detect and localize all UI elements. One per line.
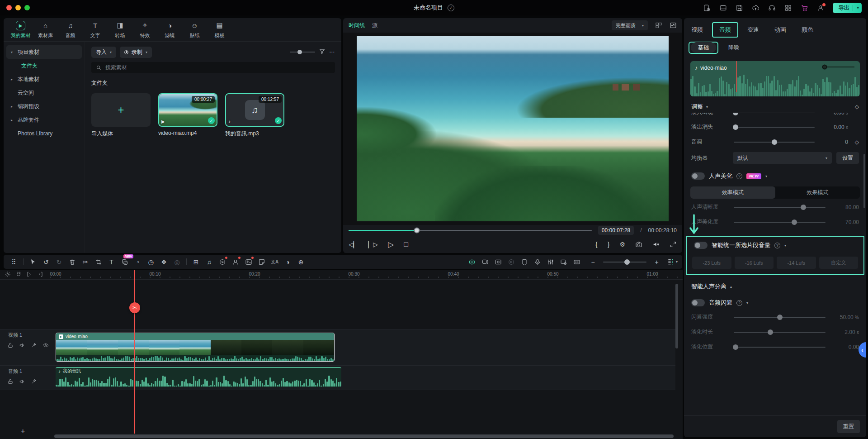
- equalizer-settings-button[interactable]: 设置: [836, 152, 859, 164]
- headset-icon[interactable]: [768, 4, 776, 12]
- audio-ducking-toggle[interactable]: [691, 299, 705, 306]
- seek-bar[interactable]: [349, 230, 592, 231]
- account-icon[interactable]: [816, 4, 825, 12]
- speed-ramp-icon[interactable]: ◔: [132, 256, 143, 267]
- inspector-scrollbar[interactable]: [863, 154, 865, 208]
- previous-frame-button[interactable]: ◁▏: [349, 241, 359, 248]
- auto-reframe-icon[interactable]: ⊕: [295, 256, 307, 267]
- tab-text[interactable]: T文字: [85, 21, 106, 39]
- timeline-video-clip[interactable]: ▶video-miao: [56, 333, 335, 362]
- collapse-chevron-icon[interactable]: ▾: [746, 301, 748, 305]
- text-tool-icon[interactable]: T: [106, 256, 117, 267]
- tab-effects[interactable]: ✧特效: [134, 21, 156, 39]
- expand-chevron-icon[interactable]: ▸: [11, 118, 14, 122]
- keyframe-diamond-icon[interactable]: ◇: [852, 139, 859, 145]
- tab-templates[interactable]: ▤模板: [209, 21, 230, 39]
- lock-track-icon[interactable]: [7, 378, 14, 386]
- equalizer-dropdown[interactable]: 默认▾: [733, 152, 832, 164]
- clip-volume-slider[interactable]: [822, 67, 854, 67]
- fullscreen-icon[interactable]: [670, 241, 677, 248]
- snapshot-camera-icon[interactable]: [635, 241, 642, 248]
- collapse-chevron-icon[interactable]: ▴: [730, 285, 732, 289]
- clip-preview-icon[interactable]: [558, 256, 570, 267]
- lock-track-icon[interactable]: [7, 342, 14, 350]
- multiview-layout-icon[interactable]: [655, 22, 662, 29]
- render-preview-icon[interactable]: ⊞: [190, 256, 202, 267]
- preview-tab-timeline[interactable]: 时间线: [349, 22, 365, 29]
- scopes-icon[interactable]: [670, 22, 677, 29]
- ai-portrait-icon[interactable]: [243, 256, 254, 267]
- fade-position-slider[interactable]: [734, 347, 826, 348]
- crop-icon[interactable]: [93, 256, 104, 267]
- duration-icon[interactable]: ◷: [145, 256, 156, 267]
- export-button[interactable]: 导出 ▾: [833, 3, 862, 13]
- lufs-option--14[interactable]: -14 Lufs: [777, 257, 816, 269]
- video-thumbnail[interactable]: 00:00:27 ▶ ✓: [158, 93, 217, 127]
- project-media-icon[interactable]: [703, 4, 711, 12]
- timeline[interactable]: 00:00 00:10 00:20 00:30 00:40 00:50 01:0…: [0, 270, 683, 439]
- fit-timeline-icon[interactable]: [571, 256, 583, 267]
- collapse-chevron-icon[interactable]: ▾: [784, 243, 786, 248]
- tab-stickers[interactable]: ☺贴纸: [184, 21, 205, 39]
- layout-icon[interactable]: [719, 4, 727, 12]
- save-icon[interactable]: [735, 4, 743, 12]
- slider-knob[interactable]: [297, 50, 302, 54]
- select-cursor-icon[interactable]: [27, 256, 38, 267]
- lufs-option--23[interactable]: -23 Lufs: [692, 257, 731, 269]
- expand-chevron-icon[interactable]: ▸: [11, 77, 14, 81]
- snapshot-icon[interactable]: [493, 256, 504, 267]
- snap-magnet-icon[interactable]: [15, 271, 22, 279]
- record-button[interactable]: 录制▾: [120, 47, 152, 58]
- upload-cloud-icon[interactable]: [751, 4, 760, 12]
- slider-knob[interactable]: [768, 329, 773, 335]
- delete-icon[interactable]: [66, 256, 78, 267]
- add-track-button[interactable]: +: [21, 427, 25, 435]
- voice-changer-icon[interactable]: [230, 256, 241, 267]
- vocal-beauty-slider[interactable]: [734, 222, 826, 223]
- record-voiceover-icon[interactable]: [532, 256, 543, 267]
- playback-settings-icon[interactable]: ⚙: [619, 241, 625, 248]
- inspector-tab-color[interactable]: 颜色: [802, 26, 813, 34]
- fade-out-slider[interactable]: [734, 127, 815, 128]
- video-viewport[interactable]: [343, 33, 682, 225]
- export-frame-icon[interactable]: [480, 256, 491, 267]
- help-icon[interactable]: ?: [774, 243, 780, 248]
- audio-clip-card[interactable]: ♪video-miao: [690, 61, 860, 96]
- track-wand-icon[interactable]: [31, 342, 37, 350]
- keyframe-diamond-icon[interactable]: ◇: [855, 104, 859, 110]
- mode-effect[interactable]: 效果模式: [775, 186, 860, 199]
- collapse-chevron-icon[interactable]: ▾: [706, 105, 708, 109]
- slider-knob[interactable]: [733, 113, 738, 115]
- sidebar-item-project-media[interactable]: ▾项目素材: [6, 45, 82, 59]
- collapse-chevron-icon[interactable]: ▾: [765, 174, 767, 178]
- sidebar-item-photos-library[interactable]: Photos Library: [6, 127, 82, 140]
- audio-mixer-icon[interactable]: [545, 256, 557, 267]
- inspector-tab-animation[interactable]: 动画: [774, 26, 786, 34]
- record-chevron-icon[interactable]: ▾: [146, 50, 147, 54]
- tab-audio[interactable]: ♫音频: [60, 21, 81, 39]
- marker-icon[interactable]: [519, 256, 530, 267]
- mark-out-icon[interactable]: [37, 271, 43, 279]
- lufs-option--16[interactable]: -16 Lufs: [735, 257, 774, 269]
- lufs-option-custom[interactable]: 自定义: [819, 257, 859, 269]
- preview-render-icon[interactable]: [506, 256, 517, 267]
- redo-icon[interactable]: ↻: [53, 256, 65, 267]
- audio-stretch-icon[interactable]: ♫: [203, 256, 215, 267]
- mute-track-icon[interactable]: [19, 342, 25, 350]
- next-frame-button[interactable]: ▏▷: [368, 241, 378, 248]
- apps-grid-icon[interactable]: [784, 4, 792, 12]
- slider-knob[interactable]: [624, 259, 630, 265]
- ai-audio-denoise-icon[interactable]: [217, 256, 228, 267]
- split-scissors-icon[interactable]: ✂: [80, 256, 91, 267]
- mute-track-icon[interactable]: [19, 378, 25, 386]
- slider-knob[interactable]: [792, 220, 797, 225]
- tab-transition[interactable]: ◨转场: [109, 21, 131, 39]
- zoom-out-icon[interactable]: −: [587, 256, 599, 267]
- vocal-clarity-slider[interactable]: [734, 207, 826, 208]
- toolbox-icon[interactable]: ⠿: [8, 256, 19, 267]
- expand-chevron-icon[interactable]: ▸: [11, 105, 14, 109]
- inspector-tab-video[interactable]: 视频: [691, 26, 703, 34]
- slider-knob[interactable]: [777, 315, 783, 320]
- preview-tab-source[interactable]: 源: [372, 22, 377, 29]
- export-options-chevron[interactable]: ▾: [857, 5, 859, 10]
